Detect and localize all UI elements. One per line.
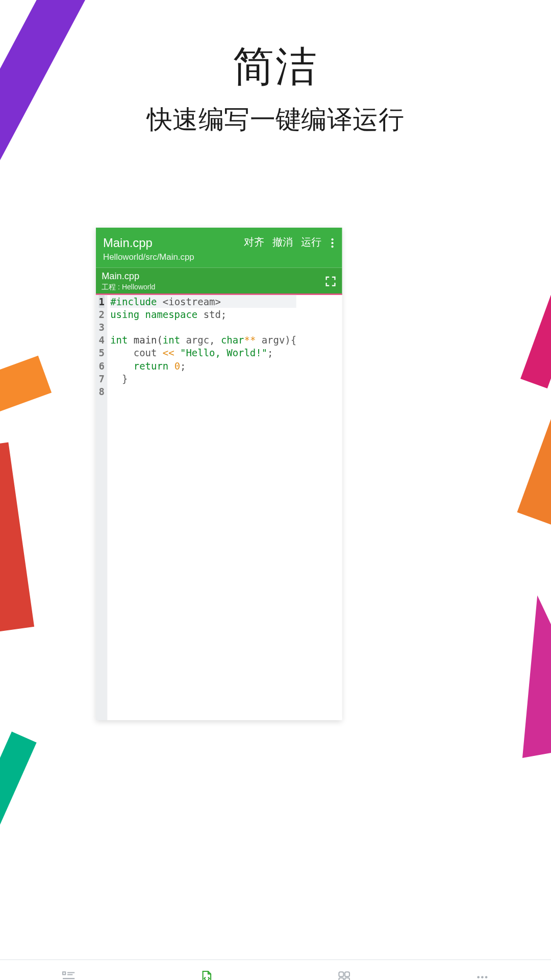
svg-point-5: [477, 976, 480, 978]
svg-rect-2: [345, 972, 349, 976]
line-number: 4: [99, 334, 105, 347]
editor-title-block: Main.cpp Helloworld/src/Main.cpp: [103, 236, 244, 262]
decoration-magenta-bar: [520, 284, 551, 388]
svg-point-7: [485, 976, 487, 978]
tab-label: Main.cpp: [102, 271, 139, 281]
decoration-pink-triangle: [495, 588, 551, 758]
editor-filename: Main.cpp: [103, 236, 244, 251]
hero-title: 简洁: [0, 39, 551, 95]
expand-icon[interactable]: [325, 276, 336, 287]
run-button[interactable]: 运行: [301, 236, 321, 249]
line-number: 8: [99, 385, 105, 398]
line-number: 3: [99, 321, 105, 333]
decoration-orange-bar-left: [0, 356, 52, 432]
bottom-nav: 首页 编辑器 实例 更多: [0, 959, 551, 980]
line-number: 2: [99, 308, 105, 321]
undo-button[interactable]: 撤消: [272, 236, 292, 249]
hero-section: 简洁 快速编写一键编译运行: [0, 39, 551, 137]
line-number: 6: [99, 359, 105, 372]
line-gutter: 1 2 3 4 5 6 7 8: [96, 295, 108, 720]
align-button[interactable]: 对齐: [244, 236, 264, 249]
project-label: 工程 : Helloworld: [102, 282, 155, 292]
line-number: 5: [99, 347, 105, 359]
list-icon: [61, 969, 77, 980]
more-horizontal-icon: [474, 969, 490, 980]
decoration-orange-bar-right: [517, 398, 551, 525]
decoration-red-bar: [0, 443, 34, 632]
decoration-teal-bar: [0, 731, 37, 887]
more-menu-icon[interactable]: [330, 238, 335, 247]
editor-window: Main.cpp Helloworld/src/Main.cpp 对齐 撤消 运…: [96, 228, 342, 720]
svg-rect-3: [339, 978, 344, 980]
editor-tab[interactable]: Main.cpp 工程 : Helloworld: [102, 271, 155, 292]
nav-home[interactable]: 首页: [44, 969, 94, 980]
nav-more[interactable]: 更多: [457, 969, 507, 980]
hero-subtitle: 快速编写一键编译运行: [0, 103, 551, 138]
nav-examples[interactable]: 实例: [319, 969, 369, 980]
svg-point-6: [481, 976, 484, 978]
svg-rect-0: [63, 972, 65, 974]
editor-tab-bar: Main.cpp 工程 : Helloworld: [96, 268, 342, 295]
nav-editor[interactable]: 编辑器: [182, 969, 232, 980]
editor-filepath: Helloworld/src/Main.cpp: [103, 252, 244, 262]
grid-icon: [337, 969, 353, 980]
line-number: 7: [99, 372, 105, 385]
svg-rect-1: [339, 972, 344, 976]
code-file-icon: [199, 969, 215, 980]
line-number: 1: [99, 295, 105, 308]
code-content[interactable]: #include <iostream>using namespace std; …: [108, 295, 299, 720]
editor-header: Main.cpp Helloworld/src/Main.cpp 对齐 撤消 运…: [96, 228, 342, 268]
editor-actions: 对齐 撤消 运行: [244, 236, 335, 249]
code-editor[interactable]: 1 2 3 4 5 6 7 8 #include <iostream>using…: [96, 295, 342, 720]
svg-rect-4: [345, 978, 349, 980]
